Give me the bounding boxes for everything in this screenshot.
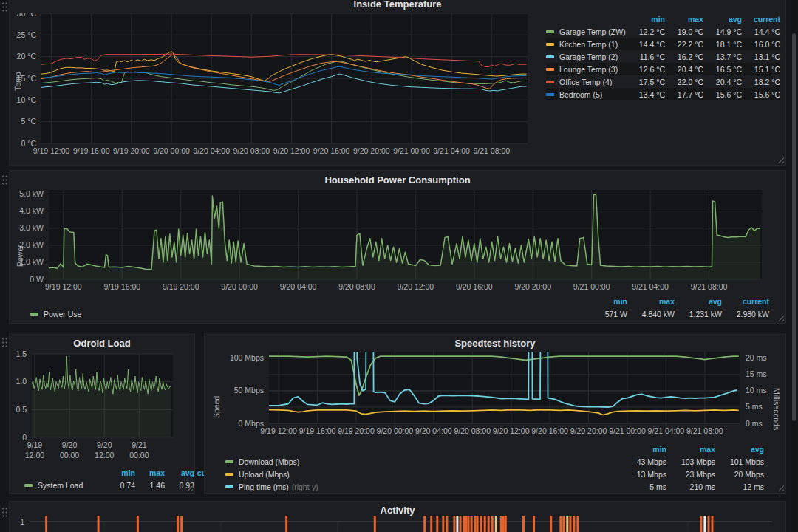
legend-series-label[interactable]: Garage Temp (2) [559,52,618,61]
legend-stat-value: 4.840 kW [627,310,675,318]
legend-series-label[interactable]: Power Use [44,310,81,318]
svg-text:5.0 kW: 5.0 kW [19,189,44,198]
svg-text:00:00: 00:00 [60,451,79,460]
svg-text:9/19 12:00: 9/19 12:00 [45,282,82,291]
legend-series-row[interactable]: System Load0.741.460.93 [24,479,224,491]
legend-stat-value: 16.0 °C [742,40,780,49]
legend-series-label[interactable]: Ping time (ms) [239,482,289,491]
svg-text:1.5: 1.5 [16,351,27,358]
legend-stat-value: 12.2 °C [627,27,665,36]
activity-chart[interactable]: 1 [10,512,787,532]
power-legend: minmaxavgcurrentPower Use571 W4.840 kW1.… [30,295,769,320]
legend-sort-header[interactable]: min [618,445,666,454]
legend-series-row[interactable]: Upload (Mbps)13 Mbps23 Mbps20 Mbps [225,468,764,480]
legend-series-row[interactable]: Lounge Temp (3)12.6 °C20.4 °C16.5 °C15.1… [546,63,780,75]
temperature-legend: minmaxavgcurrentGarage Temp (ZW)12.2 °C1… [546,13,780,100]
svg-text:30 °C: 30 °C [17,13,37,18]
legend-stat-value: 14.4 °C [627,40,665,49]
legend-stat-value: 13.4 °C [627,90,665,99]
legend-series-label[interactable]: Upload (Mbps) [239,470,290,479]
svg-text:3.0 kW: 3.0 kW [19,223,44,232]
legend-series-label[interactable]: Office Temp (4) [559,78,612,86]
svg-text:9/21 08:00: 9/21 08:00 [691,282,728,291]
panel-title-odroid[interactable]: Odroid Load [10,338,194,349]
odroid-load-chart[interactable]: 00.51.01.59/1912:009/2000:009/2012:009/2… [10,351,196,463]
legend-sort-header[interactable]: max [627,297,675,306]
panel-title-inside-temperature[interactable]: Inside Temperature [10,0,785,10]
row-drag-handle[interactable] [1,174,8,185]
svg-text:10 °C: 10 °C [17,95,37,104]
legend-stat-value: 15.1 °C [742,65,780,74]
legend-sort-header[interactable]: max [665,15,703,24]
panel-resize-handle[interactable] [777,315,784,321]
svg-text:9/19 16:00: 9/19 16:00 [73,146,110,155]
legend-series-row[interactable]: Ping time (ms)(right-y)5 ms210 ms12 ms [225,480,764,493]
legend-stat-value: 0.74 [106,481,135,490]
legend-series-row[interactable]: Kitchen Temp (1)14.4 °C22.2 °C18.1 °C16.… [546,38,780,50]
row-drag-handle[interactable] [1,1,8,13]
legend-sort-header[interactable]: avg [715,445,764,454]
svg-text:12:00: 12:00 [25,451,44,460]
legend-sort-header[interactable]: max [135,468,165,477]
legend-series-label[interactable]: System Load [38,481,83,490]
svg-text:9/19: 9/19 [27,440,43,449]
legend-stat-value: 103 Mbps [666,457,715,466]
legend-sort-header[interactable]: avg [165,468,194,477]
speedtest-chart[interactable]: 0 Mbps50 Mbps100 Mbps0 ms5 ms10 ms15 ms2… [205,345,787,443]
row-drag-handle[interactable] [1,337,8,348]
legend-series-label[interactable]: Bedroom (5) [559,90,602,99]
legend-sort-header[interactable]: current [742,15,780,24]
series-color-icon [546,43,554,46]
legend-sort-header[interactable]: max [666,445,715,454]
legend-series-row[interactable]: Power Use571 W4.840 kW1.231 kW2.980 kW [30,307,769,320]
svg-text:9/20 08:00: 9/20 08:00 [233,146,270,155]
svg-text:9/21 08:00: 9/21 08:00 [473,146,510,155]
legend-sort-header[interactable]: current [722,297,769,306]
svg-text:0.5: 0.5 [16,405,27,414]
svg-text:9/20 16:00: 9/20 16:00 [531,426,568,435]
svg-text:9/21 00:00: 9/21 00:00 [393,146,430,155]
legend-sort-header[interactable]: avg [675,297,722,306]
legend-stat-value: 17.5 °C [627,78,665,86]
svg-text:9/20 20:00: 9/20 20:00 [353,146,390,155]
svg-text:15 ms: 15 ms [746,369,767,378]
power-consumption-chart[interactable]: 0 W1.0 kW2.0 kW3.0 kW4.0 kW5.0 kW9/19 12… [10,184,787,295]
legend-series-row[interactable]: Office Temp (4)17.5 °C22.0 °C20.4 °C18.2… [546,75,780,88]
legend-series-label[interactable]: Download (Mbps) [239,457,299,466]
legend-header-row: minmaxavgcurrent [546,13,780,25]
legend-sort-header[interactable]: min [627,15,665,24]
svg-text:9/21 04:00: 9/21 04:00 [433,146,470,155]
legend-series-row[interactable]: Garage Temp (2)11.6 °C16.2 °C13.7 °C13.1… [546,50,780,63]
legend-series-row[interactable]: Download (Mbps)43 Mbps103 Mbps101 Mbps [225,455,764,468]
svg-text:1: 1 [20,517,24,526]
legend-stat-value: 13.1 °C [742,52,780,61]
svg-text:1.0 kW: 1.0 kW [19,257,44,266]
legend-header-row: minmaxavgcurrent [30,295,769,307]
series-color-icon [546,55,554,58]
legend-stat-value: 14.9 °C [703,27,742,36]
scrollbar-track[interactable] [791,0,797,532]
legend-series-label[interactable]: Garage Temp (ZW) [559,27,626,36]
legend-sort-header[interactable]: avg [703,15,742,24]
legend-stat-value: 22.0 °C [665,78,703,86]
legend-series-label[interactable]: Lounge Temp (3) [559,65,618,74]
legend-stat-value: 20 Mbps [715,470,764,479]
legend-sort-header[interactable]: min [106,468,135,477]
svg-text:25 °C: 25 °C [17,30,37,39]
svg-text:0 W: 0 W [30,275,44,284]
svg-text:9/20: 9/20 [97,440,112,449]
svg-text:9/20 08:00: 9/20 08:00 [338,282,375,291]
legend-series-row[interactable]: Garage Temp (ZW)12.2 °C19.0 °C14.9 °C14.… [546,25,780,38]
svg-text:9/20 16:00: 9/20 16:00 [456,282,493,291]
svg-text:0: 0 [22,433,27,442]
panel-resize-handle[interactable] [777,485,784,491]
legend-series-label[interactable]: Kitchen Temp (1) [559,40,618,49]
legend-stat-value: 20.4 °C [665,65,703,74]
legend-series-row[interactable]: Bedroom (5)13.4 °C17.7 °C15.6 °C15.6 °C [546,88,780,100]
svg-text:9/19 16:00: 9/19 16:00 [299,426,336,435]
scrollbar-thumb[interactable] [792,33,796,421]
row-drag-handle[interactable] [1,507,8,518]
svg-text:9/19 20:00: 9/19 20:00 [338,426,375,435]
legend-sort-header[interactable]: min [580,297,627,306]
legend-stat-value: 18.1 °C [703,40,742,49]
